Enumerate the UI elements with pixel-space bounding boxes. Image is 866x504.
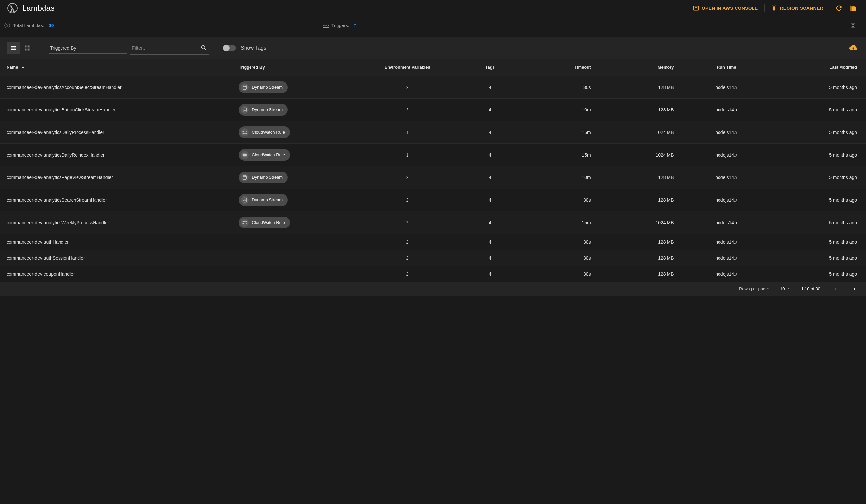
chevron-down-icon	[787, 287, 790, 290]
table-row[interactable]: commandeer-dev-analyticsPageViewStreamHa…	[0, 166, 866, 189]
filter-input[interactable]	[132, 45, 200, 51]
cell-runtime: nodejs14.x	[684, 211, 769, 234]
trigger-chip[interactable]: Dynamo Stream	[239, 81, 288, 93]
cell-memory: 1024 MB	[604, 144, 684, 166]
cell-memory: 1024 MB	[604, 211, 684, 234]
download-cloud-button[interactable]	[847, 43, 859, 53]
cell-runtime: nodejs14.x	[684, 144, 769, 166]
svg-rect-12	[23, 67, 23, 69]
table-row[interactable]: commandeer-dev-analyticsDailyProcessHand…	[0, 121, 866, 144]
table-row[interactable]: commandeer-dev-analyticsAccountSelectStr…	[0, 76, 866, 98]
cell-runtime: nodejs14.x	[684, 121, 769, 144]
cell-timeout: 30s	[524, 189, 604, 211]
table-row[interactable]: commandeer-dev-analyticsDailyReindexHand…	[0, 144, 866, 166]
list-icon	[10, 45, 17, 51]
cell-modified: 5 months ago	[769, 234, 866, 250]
rows-per-page-select[interactable]: 10	[779, 285, 791, 293]
library-icon	[849, 4, 856, 12]
column-header-triggered-by[interactable]: Triggered By	[233, 59, 359, 76]
cell-timeout: 30s	[524, 234, 604, 250]
cell-env: 1	[359, 121, 456, 144]
library-button[interactable]	[846, 2, 859, 14]
cell-env: 2	[359, 76, 456, 98]
lambda-logo-icon	[7, 2, 18, 14]
svg-rect-10	[25, 49, 27, 51]
cloudwatch-icon	[241, 151, 248, 159]
cell-tags: 4	[456, 121, 524, 144]
rows-per-page-value: 10	[780, 286, 785, 291]
column-header-env[interactable]: Environment Variables	[359, 59, 456, 76]
trigger-chip[interactable]: Dynamo Stream	[239, 104, 288, 116]
cell-trigger: Dynamo Stream	[233, 189, 359, 211]
cell-tags: 4	[456, 166, 524, 189]
triggered-by-select[interactable]: Triggered By	[49, 43, 127, 54]
cell-name: commandeer-dev-authSessionHandler	[0, 250, 233, 266]
trigger-chip[interactable]: Dynamo Stream	[239, 171, 288, 183]
column-header-memory[interactable]: Memory	[604, 59, 684, 76]
cell-name: commandeer-dev-analyticsDailyReindexHand…	[0, 144, 233, 166]
cell-timeout: 10m	[524, 166, 604, 189]
region-scanner-button[interactable]: REGION SCANNER	[767, 2, 828, 14]
chevron-right-icon	[852, 287, 857, 291]
cell-name: commandeer-dev-couponHandler	[0, 266, 233, 282]
column-header-timeout[interactable]: Timeout	[524, 59, 604, 76]
trigger-chip[interactable]: Dynamo Stream	[239, 194, 288, 206]
cell-trigger	[233, 234, 359, 250]
cell-trigger: CloudWatch Rule	[233, 121, 359, 144]
total-lambdas-stat: Total Lambdas: 30	[4, 22, 54, 29]
column-header-modified[interactable]: Last Modified	[769, 59, 866, 76]
pagination-range: 1-10 of 30	[801, 286, 820, 291]
cloudwatch-icon	[241, 219, 248, 226]
cell-name: commandeer-dev-authHandler	[0, 234, 233, 250]
list-view-button[interactable]	[7, 42, 20, 54]
open-console-label: OPEN IN AWS CONSOLE	[702, 5, 758, 11]
search-icon	[200, 44, 208, 52]
expand-collapse-button[interactable]	[846, 20, 859, 31]
open-in-aws-console-button[interactable]: OPEN IN AWS CONSOLE	[688, 2, 763, 14]
cell-modified: 5 months ago	[769, 189, 866, 211]
grid-view-button[interactable]	[20, 42, 34, 54]
filter-field[interactable]	[131, 42, 209, 55]
cell-tags: 4	[456, 144, 524, 166]
cell-env: 2	[359, 234, 456, 250]
trigger-chip[interactable]: CloudWatch Rule	[239, 149, 290, 161]
cell-name: commandeer-dev-analyticsPageViewStreamHa…	[0, 166, 233, 189]
svg-rect-7	[11, 49, 16, 50]
column-header-name[interactable]: Name	[0, 59, 233, 76]
cell-tags: 4	[456, 250, 524, 266]
cell-tags: 4	[456, 189, 524, 211]
grid-icon	[24, 45, 31, 51]
table-row[interactable]: commandeer-dev-analyticsButtonClickStrea…	[0, 98, 866, 121]
toolbar: Triggered By Show Tags	[0, 37, 866, 59]
trigger-chip-label: Dynamo Stream	[252, 85, 282, 90]
view-toggle	[7, 42, 34, 54]
cell-tags: 4	[456, 211, 524, 234]
cell-memory: 128 MB	[604, 250, 684, 266]
table-row[interactable]: commandeer-dev-couponHandler2430s128 MBn…	[0, 266, 866, 282]
database-icon	[241, 173, 248, 181]
column-header-runtime[interactable]: Run Time	[684, 59, 769, 76]
column-name-label: Name	[7, 65, 18, 70]
cell-runtime: nodejs14.x	[684, 166, 769, 189]
trigger-chip[interactable]: CloudWatch Rule	[239, 126, 290, 138]
cell-trigger	[233, 250, 359, 266]
next-page-button[interactable]	[850, 285, 859, 292]
table-row[interactable]: commandeer-dev-analyticsSearchStreamHand…	[0, 189, 866, 211]
refresh-button[interactable]	[832, 2, 846, 14]
cell-tags: 4	[456, 234, 524, 250]
table-row[interactable]: commandeer-dev-analyticsWeeklyProcessHan…	[0, 211, 866, 234]
cell-runtime: nodejs14.x	[684, 250, 769, 266]
cell-name: commandeer-dev-analyticsAccountSelectStr…	[0, 76, 233, 98]
database-icon	[241, 106, 248, 114]
trigger-chip[interactable]: CloudWatch Rule	[239, 217, 290, 228]
table-row[interactable]: commandeer-dev-authHandler2430s128 MBnod…	[0, 234, 866, 250]
show-tags-toggle[interactable]	[224, 45, 236, 51]
svg-point-17	[244, 131, 244, 132]
cell-runtime: nodejs14.x	[684, 76, 769, 98]
table-row[interactable]: commandeer-dev-authSessionHandler2430s12…	[0, 250, 866, 266]
open-external-icon	[693, 5, 699, 11]
svg-rect-11	[28, 49, 30, 51]
prev-page-button[interactable]	[830, 285, 840, 292]
column-header-tags[interactable]: Tags	[456, 59, 524, 76]
svg-point-21	[244, 154, 244, 154]
